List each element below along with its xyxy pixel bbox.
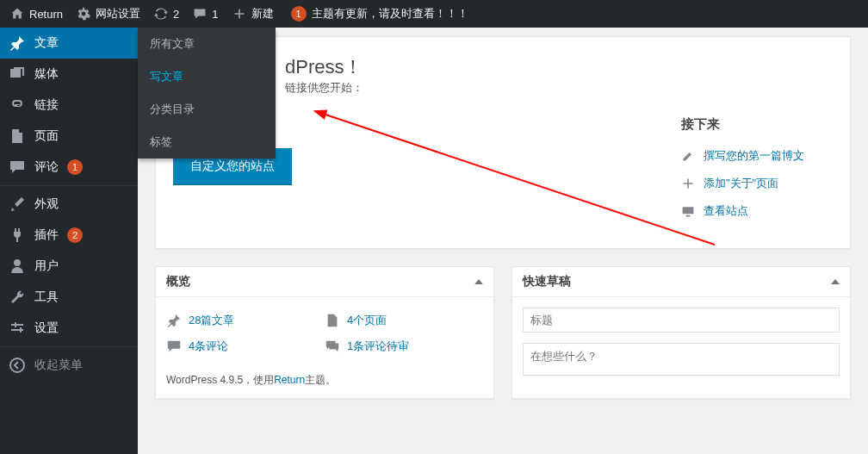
next-first-post-link[interactable]: 撰写您的第一篇博文 <box>704 148 804 164</box>
welcome-title: dPress！ <box>285 56 363 78</box>
wrench-icon <box>9 289 26 306</box>
menu-settings-label: 设置 <box>34 320 59 336</box>
sliders-icon <box>9 320 26 337</box>
quickdraft-title-input[interactable] <box>523 308 840 333</box>
ab-updates[interactable]: 2 <box>147 0 186 28</box>
plus-icon <box>681 177 695 190</box>
menu-appearance[interactable]: 外观 <box>0 189 138 220</box>
menu-comments[interactable]: 评论 1 <box>0 152 138 183</box>
comment-icon <box>9 159 26 176</box>
submenu-add-new[interactable]: 写文章 <box>138 60 276 93</box>
ab-new[interactable]: 新建 <box>226 0 281 28</box>
toggle-icon[interactable] <box>474 279 483 284</box>
menu-links-label: 链接 <box>34 97 59 113</box>
next-view-site-link[interactable]: 查看站点 <box>704 203 748 219</box>
gear-icon <box>77 7 90 21</box>
ab-comments[interactable]: 1 <box>186 0 225 28</box>
menu-posts-label: 文章 <box>34 35 59 51</box>
brush-icon <box>9 196 26 213</box>
home-icon <box>10 7 24 21</box>
quickdraft-title: 快速草稿 <box>523 274 571 289</box>
menu-collapse[interactable]: 收起菜单 <box>0 350 138 381</box>
submenu-all-posts[interactable]: 所有文章 <box>138 28 276 60</box>
ab-site[interactable]: Return <box>3 0 70 28</box>
postbox-quickdraft: 快速草稿 <box>512 266 851 399</box>
menu-appearance-label: 外观 <box>34 196 59 212</box>
submenu-tags[interactable]: 标签 <box>138 126 276 159</box>
menu-pages[interactable]: 页面 <box>0 121 138 152</box>
glance-comments-text: 4条评论 <box>189 339 228 354</box>
ab-notice[interactable]: 1 主题有更新，请及时查看！！！ <box>281 0 475 28</box>
user-icon <box>9 258 26 275</box>
next-item-about-page[interactable]: 添加"关于"页面 <box>681 176 804 191</box>
collapse-icon <box>9 357 26 374</box>
menu-pages-label: 页面 <box>34 128 59 144</box>
menu-separator <box>0 346 138 347</box>
admin-bar: Return 网站设置 2 1 新建 1 主题有更新，请及时查看！！！ <box>0 0 868 28</box>
glance-posts-text: 28篇文章 <box>189 313 234 328</box>
ab-comments-count: 1 <box>212 8 218 21</box>
menu-users-label: 用户 <box>34 258 59 274</box>
menu-comments-label: 评论 <box>34 159 59 175</box>
glance-posts[interactable]: 28篇文章 <box>166 308 325 333</box>
next-item-first-post[interactable]: 撰写您的第一篇博文 <box>681 148 804 164</box>
ab-updates-count: 2 <box>173 8 179 21</box>
refresh-icon <box>154 7 168 21</box>
menu-tools[interactable]: 工具 <box>0 282 138 313</box>
submenu-posts: 所有文章 写文章 分类目录 标签 <box>138 28 276 159</box>
menu-posts[interactable]: 文章 <box>0 28 138 59</box>
glance-pages-text: 4个页面 <box>347 313 387 328</box>
ab-notice-text: 主题有更新，请及时查看！！！ <box>312 6 468 22</box>
comments-icon <box>325 339 340 354</box>
comment-icon <box>166 339 182 354</box>
glance-pending-text: 1条评论待审 <box>347 339 409 354</box>
menu-plugins-label: 插件 <box>34 227 59 243</box>
link-icon <box>9 96 26 114</box>
glance-pages[interactable]: 4个页面 <box>325 308 483 333</box>
menu-tools-label: 工具 <box>34 289 59 305</box>
menu-collapse-label: 收起菜单 <box>34 358 83 373</box>
ab-notice-badge: 1 <box>291 6 307 22</box>
ab-site-name: Return <box>29 8 63 21</box>
comment-icon <box>193 7 207 21</box>
pushpin-icon <box>9 34 26 52</box>
menu-users[interactable]: 用户 <box>0 251 138 282</box>
page-icon <box>9 127 26 145</box>
menu-settings[interactable]: 设置 <box>0 313 138 344</box>
quickdraft-content-textarea[interactable] <box>523 343 840 376</box>
ab-settings-label: 网站设置 <box>96 6 140 22</box>
page-icon <box>325 313 340 328</box>
glance-title: 概览 <box>166 274 190 289</box>
edit-icon <box>681 149 695 163</box>
submenu-categories[interactable]: 分类目录 <box>138 93 276 126</box>
toggle-icon[interactable] <box>831 279 840 284</box>
svg-point-0 <box>10 358 24 372</box>
media-icon <box>9 65 26 83</box>
glance-theme-link[interactable]: Return <box>274 374 305 386</box>
ab-new-label: 新建 <box>251 6 274 22</box>
glance-footer-prefix: WordPress 4.9.5，使用 <box>166 374 274 386</box>
glance-comments[interactable]: 4条评论 <box>166 333 325 359</box>
plus-icon <box>232 7 246 21</box>
glance-footer-suffix: 主题。 <box>305 374 336 386</box>
menu-links[interactable]: 链接 <box>0 90 138 121</box>
postbox-glance: 概览 28篇文章 4个页面 4条评论 <box>155 266 494 399</box>
pushpin-icon <box>166 313 182 328</box>
welcome-next-heading: 接下来 <box>681 116 804 133</box>
next-item-view-site[interactable]: 查看站点 <box>681 203 804 219</box>
menu-media[interactable]: 媒体 <box>0 59 138 90</box>
glance-footer: WordPress 4.9.5，使用Return主题。 <box>156 370 493 398</box>
menu-comments-badge: 1 <box>67 159 83 175</box>
plug-icon <box>9 227 26 244</box>
menu-media-label: 媒体 <box>34 66 59 82</box>
next-about-page-link[interactable]: 添加"关于"页面 <box>704 176 778 191</box>
screen-icon <box>681 204 695 218</box>
welcome-subtitle: 链接供您开始： <box>285 81 363 94</box>
menu-plugins-badge: 2 <box>67 227 83 243</box>
menu-plugins[interactable]: 插件 2 <box>0 220 138 251</box>
admin-sidemenu: 文章 媒体 链接 页面 评论 1 外观 插件 2 <box>0 28 138 454</box>
menu-separator <box>0 185 138 186</box>
glance-pending[interactable]: 1条评论待审 <box>325 333 483 359</box>
ab-settings[interactable]: 网站设置 <box>70 0 147 28</box>
